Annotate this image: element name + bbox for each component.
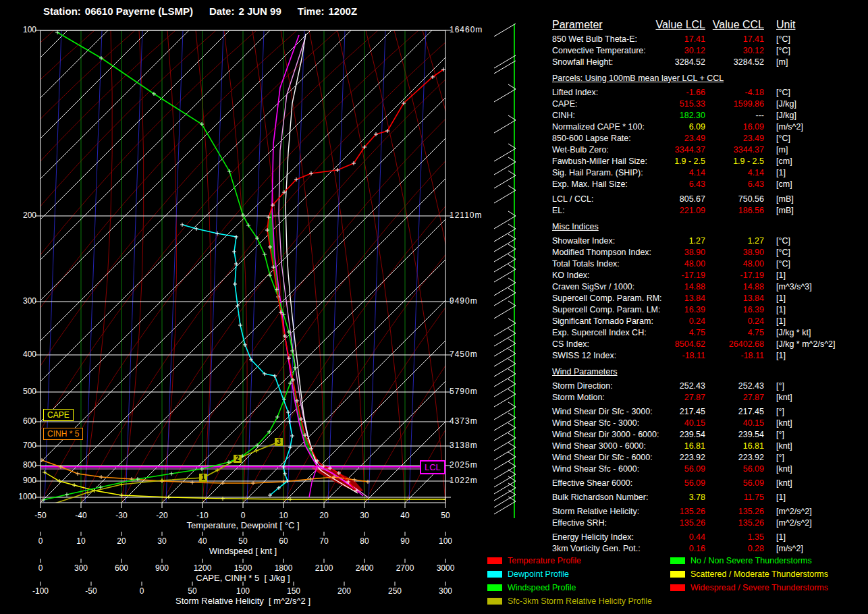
legend-item: Sfc-3km Storm Relative Helicity Profile [487, 596, 676, 606]
param-value-lcl: 4.75 [634, 327, 705, 339]
param-value-lcl: 221.09 [634, 205, 705, 217]
table-row: 3km Vorticity Gen. Pot.:0.160.28[m/s^2] [0, 543, 868, 555]
legend-swatch [487, 584, 502, 591]
srh-axis-tick: 50 [188, 586, 196, 596]
srh-axis-tick: 300 [439, 586, 452, 596]
param-unit: [m^2/s^2] [776, 506, 864, 518]
param-value-ccl: -4.18 [703, 87, 764, 99]
table-row: Snowfall Height:3284.523284.52[m] [0, 57, 868, 68]
param-unit: [m^3/s^3] [776, 281, 864, 293]
param-unit: [mB] [776, 194, 864, 205]
srh-axis-tick: 250 [388, 586, 402, 596]
param-value-ccl: 239.54 [703, 429, 764, 441]
param-value-ccl: 38.90 [703, 247, 764, 258]
param-unit: [°C] [776, 34, 864, 45]
legend-label: Sfc-3km Storm Relative Helicity Profile [508, 596, 652, 606]
cape-axis-tick: 1500 [234, 563, 252, 573]
param-value-lcl: 14.88 [634, 281, 705, 293]
param-unit: [°C] [776, 87, 864, 99]
param-unit: [°] [776, 452, 864, 464]
param-unit: [1] [776, 304, 864, 316]
param-unit: [°] [776, 429, 864, 441]
param-value-lcl: -18.11 [634, 350, 705, 362]
param-value-ccl: 3344.37 [703, 144, 764, 156]
param-unit: [1] [776, 270, 864, 281]
cape-axis-tick: 3000 [437, 563, 455, 573]
table-row: Wind Shear Dir Sfc - 6000:223.92223.92[°… [0, 452, 868, 464]
param-value-lcl: 30.12 [634, 45, 705, 57]
table-row: Storm Relative Helicity:135.26135.26[m^2… [0, 506, 868, 518]
table-row: Total Totals Index:48.0048.00[°C] [0, 258, 868, 270]
param-unit: [knt] [776, 478, 864, 489]
param-value-ccl: 40.15 [703, 418, 764, 429]
legend-label: No / Non Severe Thunderstorms [690, 556, 812, 565]
param-unit: [°] [776, 406, 864, 418]
table-row: Lifted Index:-1.66-4.18[°C] [0, 87, 868, 99]
param-unit: [mB] [776, 205, 864, 217]
table-row: SWISS 12 Index:-18.11-18.11[1] [0, 350, 868, 362]
srh-axis-tick: 0 [140, 586, 144, 596]
srh-axis-tick: 150 [287, 586, 300, 596]
cape-axis-tick: 900 [155, 563, 169, 573]
legend-swatch [487, 571, 502, 578]
param-value-ccl: 56.09 [703, 478, 764, 489]
param-unit: [m] [776, 57, 864, 68]
param-value-ccl: 16.39 [703, 304, 764, 316]
table-header-value-ccl: Value CCL [703, 19, 764, 31]
param-value-lcl: 38.90 [634, 247, 705, 258]
legend-swatch [487, 598, 502, 605]
table-row: Exp. Supercell Index CH:4.754.75[J/kg * … [0, 327, 868, 339]
legend-label: Scattered / Moderate Thunderstorms [690, 569, 828, 579]
param-value-lcl: 252.43 [634, 381, 705, 392]
legend-label: Widespread / Severe Thunderstorms [690, 583, 828, 592]
table-row: CAPE:515.331599.86[J/kg] [0, 99, 868, 110]
param-value-lcl: 16.39 [634, 304, 705, 316]
param-value-lcl: 239.54 [634, 429, 705, 441]
param-value-ccl: 17.41 [703, 34, 764, 45]
param-unit: [1] [776, 532, 864, 543]
legend-item: Scattered / Moderate Thunderstorms [670, 569, 866, 579]
param-value-ccl: --- [703, 110, 764, 121]
param-value-lcl: 40.15 [634, 418, 705, 429]
cape-axis-tick: 300 [74, 563, 88, 573]
cape-axis-title: CAPE, CINH * 5 [ J/kg ] [196, 573, 290, 583]
param-unit: [1] [776, 293, 864, 304]
param-unit: [1] [776, 316, 864, 327]
param-value-lcl: 182.30 [634, 110, 705, 121]
param-unit: [°C] [776, 247, 864, 258]
cape-axis-tick: 2700 [396, 563, 414, 573]
cape-axis-tick: 1200 [194, 563, 212, 573]
param-unit: [knt] [776, 441, 864, 452]
param-value-ccl: 56.09 [703, 464, 764, 475]
param-value-lcl: 23.49 [634, 133, 705, 144]
param-value-ccl: 135.26 [703, 518, 764, 529]
param-unit: [J/kg * kt] [776, 327, 864, 339]
legend-swatch [487, 557, 502, 564]
table-row: Exp. Max. Hail Size:6.436.43[cm] [0, 179, 868, 190]
param-value-ccl: 217.45 [703, 406, 764, 418]
param-value-lcl: 56.09 [634, 478, 705, 489]
cape-axis-tick: 0 [38, 563, 43, 573]
table-row: Modified Thompson Index:38.9038.90[°C] [0, 247, 868, 258]
param-value-lcl: 135.26 [634, 518, 705, 529]
param-unit: [1] [776, 350, 864, 362]
param-value-lcl: 0.16 [634, 543, 705, 555]
param-value-ccl: -17.19 [703, 270, 764, 281]
param-value-lcl: 27.87 [634, 392, 705, 403]
param-value-ccl: 0.24 [703, 316, 764, 327]
param-unit: [°C] [776, 235, 864, 247]
param-unit: [knt] [776, 464, 864, 475]
table-row: Fawbush-Miller Hail Size:1.9 - 2.51.9 - … [0, 156, 868, 167]
param-value-ccl: 3284.52 [703, 57, 764, 68]
table-section-title: Misc Indices [552, 222, 599, 231]
table-row: Sig. Hail Param. (SHIP):4.144.14[1] [0, 167, 868, 179]
param-value-ccl: 6.43 [703, 179, 764, 190]
param-unit: [J/kg] [776, 110, 864, 121]
param-value-lcl: 16.81 [634, 441, 705, 452]
param-unit: [1] [776, 167, 864, 179]
legend-label: Temperature Profile [508, 556, 581, 565]
table-section-title: Parcels: Using 100mB mean layer LCL + CC… [552, 74, 724, 83]
legend-swatch [670, 571, 685, 578]
legend-item: Temperature Profile [487, 556, 676, 565]
param-value-ccl: 4.75 [703, 327, 764, 339]
